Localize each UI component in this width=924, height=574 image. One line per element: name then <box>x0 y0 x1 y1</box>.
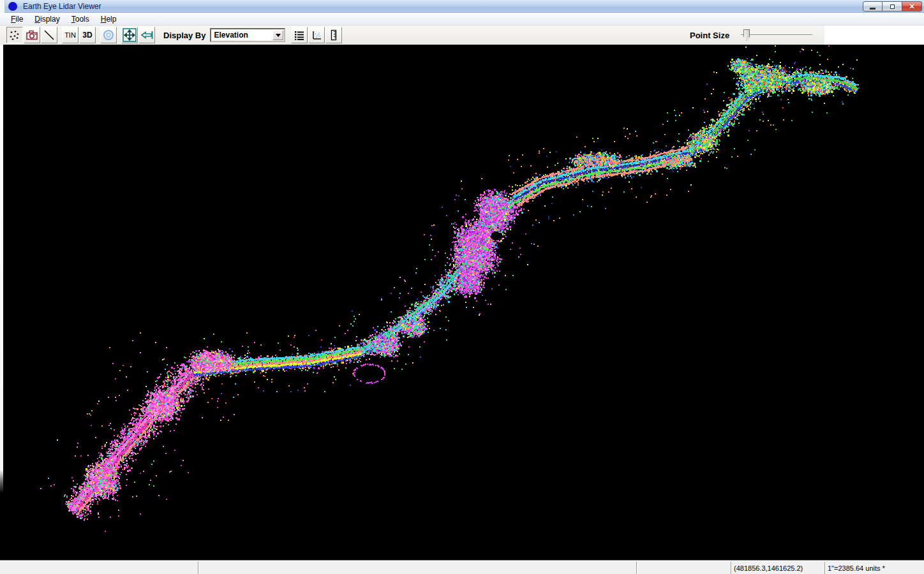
menu-tools[interactable]: Tools <box>66 13 95 25</box>
point-size-slider[interactable] <box>741 29 812 41</box>
plot-window-icon <box>310 29 323 41</box>
profile-line-button[interactable] <box>41 27 57 43</box>
title-bar[interactable]: Earth Eye Lidar Viewer ✕ <box>0 0 924 13</box>
3d-button-label: 3D <box>82 31 92 40</box>
points-mode-button[interactable] <box>6 27 23 43</box>
restore-button[interactable] <box>883 1 902 11</box>
minimize-button[interactable] <box>863 1 883 11</box>
restore-icon <box>890 4 895 9</box>
close-icon: ✕ <box>909 3 914 10</box>
status-panel-1 <box>0 562 198 574</box>
app-window: { "window": { "title": "Earth Eye Lidar … <box>0 0 924 574</box>
snapshot-button[interactable] <box>24 27 40 43</box>
pan-icon <box>123 28 137 42</box>
lidar-viewport[interactable] <box>0 45 924 560</box>
status-panel-3 <box>636 562 731 574</box>
status-bar: (481856.3,1461625.2) 1"=2385.64 units * <box>0 560 924 574</box>
app-icon <box>8 2 17 11</box>
target-circle-icon <box>102 29 115 41</box>
previous-view-button[interactable] <box>138 27 155 43</box>
slider-track <box>741 34 812 36</box>
profile-line-icon <box>43 29 56 41</box>
display-by-dropdown[interactable]: Elevation <box>210 28 285 42</box>
close-button[interactable]: ✕ <box>902 1 922 11</box>
point-list-button[interactable] <box>291 27 308 43</box>
minimize-icon <box>870 8 876 10</box>
window-title: Earth Eye Lidar Viewer <box>23 2 101 11</box>
menu-help[interactable]: Help <box>95 13 123 25</box>
toolbar: TIN 3D <box>0 26 924 45</box>
tin-button-label: TIN <box>64 31 76 39</box>
display-by-label: Display By <box>163 31 205 40</box>
camera-icon <box>25 29 39 41</box>
status-scale: 1"=2385.64 units * <box>824 562 924 574</box>
pan-button[interactable] <box>121 27 138 43</box>
tin-button[interactable]: TIN <box>62 27 78 43</box>
status-panel-2 <box>198 562 636 574</box>
menu-bar: File Display Tools Help <box>0 13 924 26</box>
ruler-icon <box>327 29 340 41</box>
3d-button[interactable]: 3D <box>79 27 96 43</box>
dropdown-button[interactable] <box>272 30 283 40</box>
background-window-sliver <box>0 0 5 13</box>
previous-view-icon <box>140 29 154 41</box>
toolbar-strip: TIN 3D <box>0 26 824 45</box>
chevron-down-icon <box>276 34 281 37</box>
point-list-icon <box>293 29 306 41</box>
points-mode-icon <box>8 29 21 41</box>
display-by-value: Elevation <box>211 31 272 40</box>
menu-display[interactable]: Display <box>29 13 65 25</box>
target-circle-button[interactable] <box>100 27 117 43</box>
plot-window-button[interactable] <box>308 27 325 43</box>
slider-thumb[interactable] <box>743 29 750 41</box>
background-window-edge <box>0 45 3 492</box>
ruler-button[interactable] <box>325 27 342 43</box>
point-size-label: Point Size <box>690 31 729 40</box>
menu-file[interactable]: File <box>5 13 29 25</box>
status-coordinates: (481856.3,1461625.2) <box>731 562 824 574</box>
